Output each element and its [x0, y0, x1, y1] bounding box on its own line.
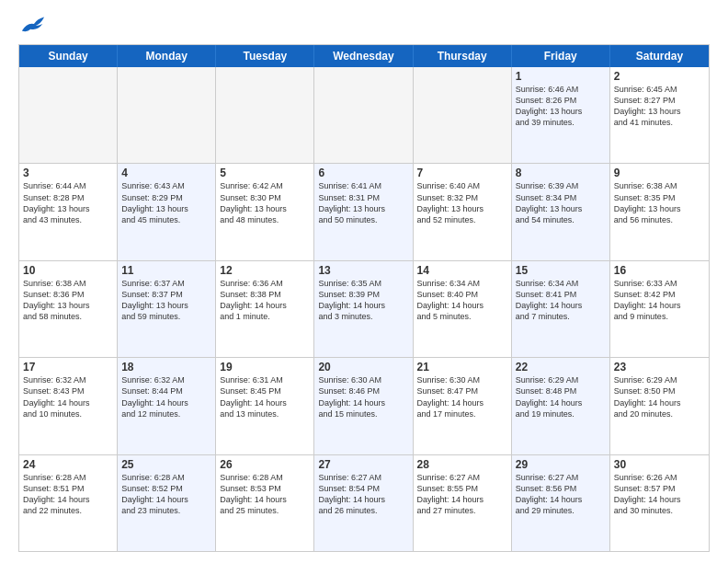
calendar-week-5: 24Sunrise: 6:28 AMSunset: 8:51 PMDayligh…	[19, 455, 709, 551]
calendar-week-4: 17Sunrise: 6:32 AMSunset: 8:43 PMDayligh…	[19, 358, 709, 454]
logo-bird-icon	[20, 15, 46, 35]
calendar-cell: 26Sunrise: 6:28 AMSunset: 8:53 PMDayligh…	[216, 455, 314, 551]
calendar-cell	[314, 67, 413, 163]
day-info: Sunrise: 6:27 AMSunset: 8:56 PMDaylight:…	[516, 472, 606, 517]
day-number: 2	[614, 70, 705, 83]
weekday-header-monday: Monday	[118, 45, 216, 67]
day-info: Sunrise: 6:42 AMSunset: 8:30 PMDaylight:…	[220, 180, 310, 225]
day-number: 13	[318, 264, 408, 277]
day-info: Sunrise: 6:31 AMSunset: 8:45 PMDaylight:…	[220, 374, 310, 419]
calendar-cell: 9Sunrise: 6:38 AMSunset: 8:35 PMDaylight…	[610, 164, 709, 259]
day-number: 1	[516, 70, 606, 83]
day-number: 9	[614, 167, 705, 179]
day-info: Sunrise: 6:34 AMSunset: 8:41 PMDaylight:…	[516, 278, 606, 323]
day-number: 23	[614, 361, 705, 373]
day-info: Sunrise: 6:28 AMSunset: 8:53 PMDaylight:…	[220, 472, 310, 517]
calendar-header: SundayMondayTuesdayWednesdayThursdayFrid…	[19, 45, 709, 67]
calendar-cell	[19, 67, 118, 163]
day-info: Sunrise: 6:27 AMSunset: 8:55 PMDaylight:…	[417, 472, 507, 517]
weekday-header-sunday: Sunday	[19, 45, 118, 67]
calendar-cell: 20Sunrise: 6:30 AMSunset: 8:46 PMDayligh…	[314, 358, 413, 454]
day-info: Sunrise: 6:30 AMSunset: 8:46 PMDaylight:…	[318, 374, 408, 419]
day-number: 12	[220, 264, 310, 277]
day-info: Sunrise: 6:38 AMSunset: 8:36 PMDaylight:…	[23, 278, 113, 323]
calendar-cell: 30Sunrise: 6:26 AMSunset: 8:57 PMDayligh…	[610, 455, 709, 551]
calendar-cell: 5Sunrise: 6:42 AMSunset: 8:30 PMDaylight…	[216, 164, 314, 259]
calendar-cell: 29Sunrise: 6:27 AMSunset: 8:56 PMDayligh…	[512, 455, 610, 551]
day-number: 4	[121, 167, 211, 179]
day-info: Sunrise: 6:43 AMSunset: 8:29 PMDaylight:…	[121, 180, 211, 225]
calendar-week-2: 3Sunrise: 6:44 AMSunset: 8:28 PMDaylight…	[19, 164, 709, 260]
calendar-cell: 2Sunrise: 6:45 AMSunset: 8:27 PMDaylight…	[610, 67, 709, 163]
logo-text	[18, 15, 46, 35]
weekday-header-friday: Friday	[512, 45, 610, 67]
calendar-week-3: 10Sunrise: 6:38 AMSunset: 8:36 PMDayligh…	[19, 261, 709, 358]
calendar-cell: 22Sunrise: 6:29 AMSunset: 8:48 PMDayligh…	[512, 358, 610, 454]
day-info: Sunrise: 6:35 AMSunset: 8:39 PMDaylight:…	[318, 278, 408, 323]
calendar-cell: 24Sunrise: 6:28 AMSunset: 8:51 PMDayligh…	[19, 455, 118, 551]
calendar-cell: 6Sunrise: 6:41 AMSunset: 8:31 PMDaylight…	[314, 164, 413, 259]
calendar-cell: 21Sunrise: 6:30 AMSunset: 8:47 PMDayligh…	[414, 358, 512, 454]
calendar-cell: 19Sunrise: 6:31 AMSunset: 8:45 PMDayligh…	[216, 358, 314, 454]
calendar-cell: 13Sunrise: 6:35 AMSunset: 8:39 PMDayligh…	[314, 261, 413, 357]
calendar-cell	[216, 67, 314, 163]
weekday-header-thursday: Thursday	[414, 45, 512, 67]
day-info: Sunrise: 6:36 AMSunset: 8:38 PMDaylight:…	[220, 278, 310, 323]
day-info: Sunrise: 6:33 AMSunset: 8:42 PMDaylight:…	[614, 278, 705, 323]
day-info: Sunrise: 6:40 AMSunset: 8:32 PMDaylight:…	[417, 180, 507, 225]
calendar-cell: 7Sunrise: 6:40 AMSunset: 8:32 PMDaylight…	[414, 164, 512, 259]
calendar-cell: 10Sunrise: 6:38 AMSunset: 8:36 PMDayligh…	[19, 261, 118, 357]
day-number: 30	[614, 458, 705, 471]
day-number: 20	[318, 361, 408, 373]
day-info: Sunrise: 6:28 AMSunset: 8:52 PMDaylight:…	[121, 472, 211, 517]
day-info: Sunrise: 6:46 AMSunset: 8:26 PMDaylight:…	[516, 84, 606, 129]
day-info: Sunrise: 6:28 AMSunset: 8:51 PMDaylight:…	[23, 472, 113, 517]
day-number: 6	[318, 167, 408, 179]
day-number: 18	[121, 361, 211, 373]
day-info: Sunrise: 6:29 AMSunset: 8:50 PMDaylight:…	[614, 374, 705, 419]
day-number: 5	[220, 167, 310, 179]
calendar-cell	[414, 67, 512, 163]
day-number: 29	[516, 458, 606, 471]
calendar-cell: 12Sunrise: 6:36 AMSunset: 8:38 PMDayligh…	[216, 261, 314, 357]
day-number: 25	[121, 458, 211, 471]
day-number: 8	[516, 167, 606, 179]
day-number: 26	[220, 458, 310, 471]
calendar-cell: 11Sunrise: 6:37 AMSunset: 8:37 PMDayligh…	[118, 261, 216, 357]
calendar-week-1: 1Sunrise: 6:46 AMSunset: 8:26 PMDaylight…	[19, 67, 709, 164]
day-info: Sunrise: 6:29 AMSunset: 8:48 PMDaylight:…	[516, 374, 606, 419]
day-info: Sunrise: 6:32 AMSunset: 8:43 PMDaylight:…	[23, 374, 113, 419]
header	[18, 15, 710, 35]
weekday-header-saturday: Saturday	[610, 45, 709, 67]
weekday-header-wednesday: Wednesday	[314, 45, 413, 67]
day-info: Sunrise: 6:27 AMSunset: 8:54 PMDaylight:…	[318, 472, 408, 517]
weekday-header-tuesday: Tuesday	[216, 45, 314, 67]
calendar-cell: 16Sunrise: 6:33 AMSunset: 8:42 PMDayligh…	[610, 261, 709, 357]
calendar-cell: 27Sunrise: 6:27 AMSunset: 8:54 PMDayligh…	[314, 455, 413, 551]
day-info: Sunrise: 6:41 AMSunset: 8:31 PMDaylight:…	[318, 180, 408, 225]
page: SundayMondayTuesdayWednesdayThursdayFrid…	[0, 0, 728, 563]
day-number: 3	[23, 167, 113, 179]
day-info: Sunrise: 6:38 AMSunset: 8:35 PMDaylight:…	[614, 180, 705, 225]
calendar-cell: 25Sunrise: 6:28 AMSunset: 8:52 PMDayligh…	[118, 455, 216, 551]
calendar-cell	[118, 67, 216, 163]
calendar-body: 1Sunrise: 6:46 AMSunset: 8:26 PMDaylight…	[19, 67, 709, 551]
day-number: 15	[516, 264, 606, 277]
day-number: 24	[23, 458, 113, 471]
day-info: Sunrise: 6:32 AMSunset: 8:44 PMDaylight:…	[121, 374, 211, 419]
day-info: Sunrise: 6:30 AMSunset: 8:47 PMDaylight:…	[417, 374, 507, 419]
day-number: 27	[318, 458, 408, 471]
calendar-cell: 18Sunrise: 6:32 AMSunset: 8:44 PMDayligh…	[118, 358, 216, 454]
day-info: Sunrise: 6:45 AMSunset: 8:27 PMDaylight:…	[614, 84, 705, 129]
calendar-cell: 1Sunrise: 6:46 AMSunset: 8:26 PMDaylight…	[512, 67, 610, 163]
calendar-cell: 8Sunrise: 6:39 AMSunset: 8:34 PMDaylight…	[512, 164, 610, 259]
day-info: Sunrise: 6:39 AMSunset: 8:34 PMDaylight:…	[516, 180, 606, 225]
day-number: 10	[23, 264, 113, 277]
day-number: 22	[516, 361, 606, 373]
calendar-cell: 28Sunrise: 6:27 AMSunset: 8:55 PMDayligh…	[414, 455, 512, 551]
day-info: Sunrise: 6:34 AMSunset: 8:40 PMDaylight:…	[417, 278, 507, 323]
calendar-cell: 3Sunrise: 6:44 AMSunset: 8:28 PMDaylight…	[19, 164, 118, 259]
calendar-cell: 23Sunrise: 6:29 AMSunset: 8:50 PMDayligh…	[610, 358, 709, 454]
calendar-cell: 4Sunrise: 6:43 AMSunset: 8:29 PMDaylight…	[118, 164, 216, 259]
day-number: 11	[121, 264, 211, 277]
